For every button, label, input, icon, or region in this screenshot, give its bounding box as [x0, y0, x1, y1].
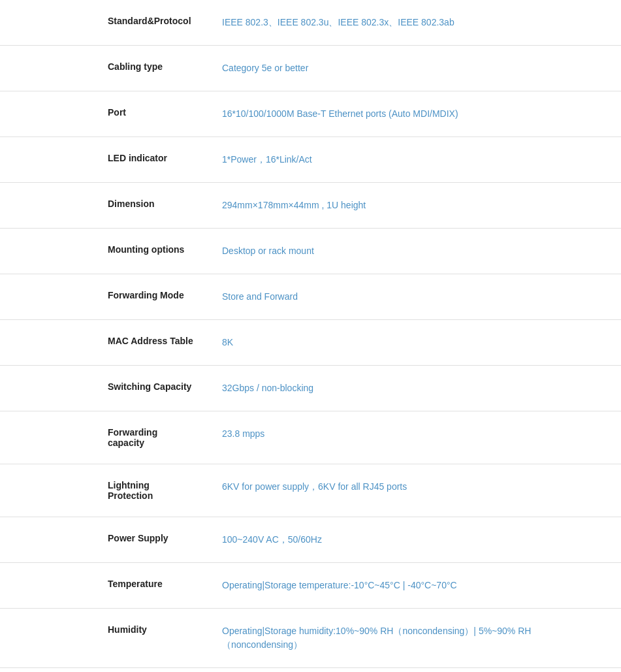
spec-row-led-indicator: LED indicator1*Power，16*Link/Act [0, 137, 621, 183]
spec-row-switching-capacity: Switching Capacity32Gbps / non-blocking [0, 366, 621, 411]
spec-label-humidity: Humidity [0, 620, 209, 656]
spec-label-standard-protocol: Standard&Protocol [0, 12, 209, 33]
spec-row-mounting-options: Mounting optionsDesktop or rack mount [0, 229, 621, 274]
spec-value-lightning-protection: 6KV for power supply，6KV for all RJ45 po… [209, 476, 621, 505]
spec-label-power-supply: Power Supply [0, 529, 209, 551]
spec-label-mounting-options: Mounting options [0, 240, 209, 262]
spec-row-power-supply: Power Supply100~240V AC，50/60Hz [0, 517, 621, 563]
spec-row-forwarding-capacity: Forwarding capacity23.8 mpps [0, 411, 621, 464]
spec-label-led-indicator: LED indicator [0, 149, 209, 170]
spec-table: Standard&ProtocolIEEE 802.3、IEEE 802.3u、… [0, 0, 621, 668]
spec-label-cabling-type: Cabling type [0, 57, 209, 79]
spec-row-dimension: Dimension294mm×178mm×44mm , 1U height [0, 183, 621, 229]
spec-label-temperature: Temperature [0, 575, 209, 596]
spec-row-temperature: TemperatureOperating|Storage temperature… [0, 563, 621, 609]
spec-value-humidity: Operating|Storage humidity:10%~90% RH（no… [209, 620, 621, 656]
spec-label-mac-address-table: MAC Address Table [0, 332, 209, 353]
spec-value-mac-address-table: 8K [209, 332, 621, 353]
spec-row-cabling-type: Cabling typeCategory 5e or better [0, 46, 621, 91]
spec-label-switching-capacity: Switching Capacity [0, 377, 209, 399]
spec-label-forwarding-mode: Forwarding Mode [0, 286, 209, 308]
spec-row-standard-protocol: Standard&ProtocolIEEE 802.3、IEEE 802.3u、… [0, 0, 621, 46]
spec-value-power-supply: 100~240V AC，50/60Hz [209, 529, 621, 551]
spec-label-dimension: Dimension [0, 195, 209, 216]
spec-label-port: Port [0, 103, 209, 125]
spec-value-cabling-type: Category 5e or better [209, 57, 621, 79]
spec-value-port: 16*10/100/1000M Base-T Ethernet ports (A… [209, 103, 621, 125]
spec-value-standard-protocol: IEEE 802.3、IEEE 802.3u、IEEE 802.3x、IEEE … [209, 12, 621, 33]
spec-row-lightning-protection: Lightning Protection6KV for power supply… [0, 464, 621, 517]
spec-value-forwarding-mode: Store and Forward [209, 286, 621, 308]
spec-value-mounting-options: Desktop or rack mount [209, 240, 621, 262]
spec-row-forwarding-mode: Forwarding ModeStore and Forward [0, 274, 621, 320]
spec-label-lightning-protection: Lightning Protection [0, 476, 209, 505]
spec-value-led-indicator: 1*Power，16*Link/Act [209, 149, 621, 170]
spec-row-humidity: HumidityOperating|Storage humidity:10%~9… [0, 609, 621, 668]
spec-value-forwarding-capacity: 23.8 mpps [209, 423, 621, 452]
spec-value-switching-capacity: 32Gbps / non-blocking [209, 377, 621, 399]
spec-row-mac-address-table: MAC Address Table8K [0, 320, 621, 366]
spec-row-port: Port16*10/100/1000M Base-T Ethernet port… [0, 91, 621, 137]
spec-value-temperature: Operating|Storage temperature:-10°C~45°C… [209, 575, 621, 596]
spec-label-forwarding-capacity: Forwarding capacity [0, 423, 209, 452]
spec-value-dimension: 294mm×178mm×44mm , 1U height [209, 195, 621, 216]
